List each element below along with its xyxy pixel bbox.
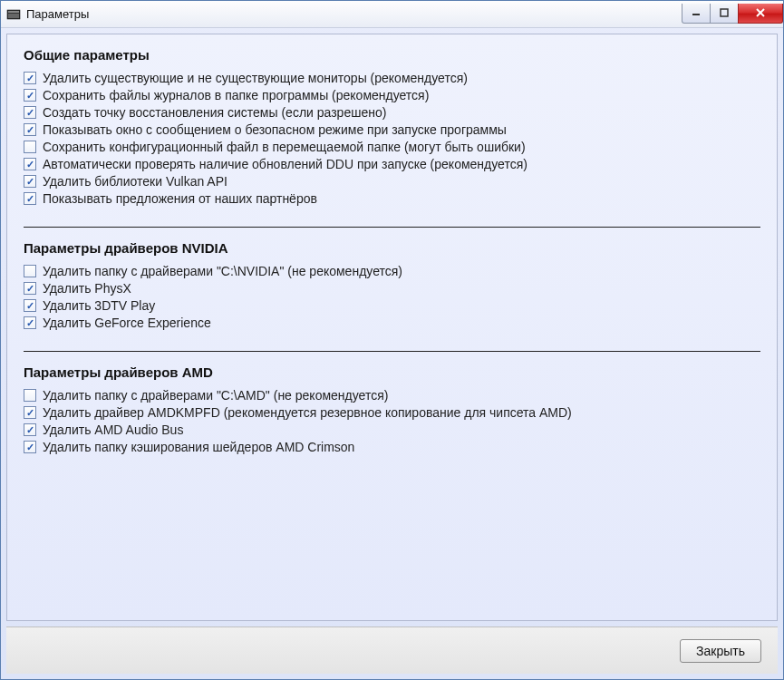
checkbox-label[interactable]: Сохранить файлы журналов в папке програм… <box>43 88 429 102</box>
nvidia-option-3: Удалить GeForce Experience <box>24 316 760 330</box>
general-option-4: Сохранить конфигурационный файл в переме… <box>24 140 760 154</box>
divider <box>24 351 760 352</box>
titlebar: Параметры <box>1 1 783 28</box>
general-option-2: Создать точку восстановления системы (ес… <box>24 105 760 120</box>
section-title-nvidia: Параметры драйверов NVIDIA <box>24 240 760 256</box>
svg-rect-1 <box>8 11 19 13</box>
checkbox-label[interactable]: Удалить папку кэширования шейдеров AMD C… <box>43 440 354 454</box>
checkbox[interactable] <box>24 265 36 277</box>
general-option-1: Сохранить файлы журналов в папке програм… <box>24 88 760 102</box>
amd-option-1: Удалить драйвер AMDKMPFD (рекомендуется … <box>24 405 760 420</box>
nvidia-option-0: Удалить папку с драйверами "C:\NVIDIA" (… <box>24 264 760 278</box>
amd-options-list: Удалить папку с драйверами "C:\AMD" (не … <box>24 385 760 457</box>
checkbox-label[interactable]: Сохранить конфигурационный файл в переме… <box>43 140 526 154</box>
checkbox[interactable] <box>24 316 36 329</box>
checkbox[interactable] <box>24 72 36 84</box>
svg-rect-2 <box>8 14 19 18</box>
checkbox[interactable] <box>24 158 36 170</box>
checkbox[interactable] <box>24 406 36 419</box>
general-option-6: Удалить библиотеки Vulkan API <box>24 174 760 189</box>
amd-option-2: Удалить AMD Audio Bus <box>24 423 760 437</box>
general-option-0: Удалить существующие и не существующие м… <box>24 71 760 85</box>
nvidia-option-1: Удалить PhysX <box>24 281 760 296</box>
maximize-button[interactable] <box>710 4 739 24</box>
checkbox-label[interactable]: Удалить GeForce Experience <box>43 316 211 330</box>
amd-option-3: Удалить папку кэширования шейдеров AMD C… <box>24 440 760 454</box>
checkbox-label[interactable]: Удалить PhysX <box>43 281 131 296</box>
checkbox[interactable] <box>24 282 36 295</box>
checkbox-label[interactable]: Автоматически проверять наличие обновлен… <box>43 157 528 171</box>
amd-option-0: Удалить папку с драйверами "C:\AMD" (не … <box>24 388 760 403</box>
app-icon <box>6 7 21 22</box>
checkbox[interactable] <box>24 141 36 153</box>
divider <box>24 227 760 228</box>
checkbox-label[interactable]: Создать точку восстановления системы (ес… <box>43 105 386 120</box>
general-option-7: Показывать предложения от наших партнёро… <box>24 191 760 206</box>
checkbox-label[interactable]: Показывать предложения от наших партнёро… <box>43 191 317 206</box>
window-controls <box>682 4 783 24</box>
section-title-amd: Параметры драйверов AMD <box>24 364 760 380</box>
checkbox-label[interactable]: Удалить существующие и не существующие м… <box>43 71 468 85</box>
content-area: Общие параметры Удалить существующие и н… <box>6 34 778 621</box>
checkbox-label[interactable]: Показывать окно с сообщением о безопасно… <box>43 122 507 137</box>
checkbox[interactable] <box>24 89 36 102</box>
minimize-button[interactable] <box>682 4 711 24</box>
checkbox-label[interactable]: Удалить AMD Audio Bus <box>43 423 183 437</box>
checkbox[interactable] <box>24 441 36 453</box>
checkbox[interactable] <box>24 106 36 119</box>
close-button[interactable]: Закрыть <box>680 639 761 663</box>
checkbox[interactable] <box>24 389 36 402</box>
general-option-5: Автоматически проверять наличие обновлен… <box>24 157 760 171</box>
checkbox[interactable] <box>24 175 36 188</box>
checkbox[interactable] <box>24 123 36 136</box>
checkbox[interactable] <box>24 299 36 312</box>
checkbox-label[interactable]: Удалить драйвер AMDKMPFD (рекомендуется … <box>43 405 572 420</box>
svg-rect-4 <box>721 9 728 16</box>
checkbox-label[interactable]: Удалить 3DTV Play <box>43 298 155 313</box>
checkbox-label[interactable]: Удалить папку с драйверами "C:\NVIDIA" (… <box>43 264 402 278</box>
window-title: Параметры <box>26 7 89 21</box>
window-close-button[interactable] <box>738 4 783 24</box>
general-option-3: Показывать окно с сообщением о безопасно… <box>24 122 760 137</box>
section-title-general: Общие параметры <box>24 47 760 63</box>
bottom-bar: Закрыть <box>6 627 778 674</box>
checkbox-label[interactable]: Удалить папку с драйверами "C:\AMD" (не … <box>43 388 388 403</box>
checkbox-label[interactable]: Удалить библиотеки Vulkan API <box>43 174 227 189</box>
checkbox[interactable] <box>24 192 36 205</box>
settings-window: Параметры Общие параметры Удалить сущест… <box>0 0 784 680</box>
checkbox[interactable] <box>24 423 36 436</box>
nvidia-options-list: Удалить папку с драйверами "C:\NVIDIA" (… <box>24 261 760 333</box>
general-options-list: Удалить существующие и не существующие м… <box>24 68 760 209</box>
nvidia-option-2: Удалить 3DTV Play <box>24 298 760 313</box>
